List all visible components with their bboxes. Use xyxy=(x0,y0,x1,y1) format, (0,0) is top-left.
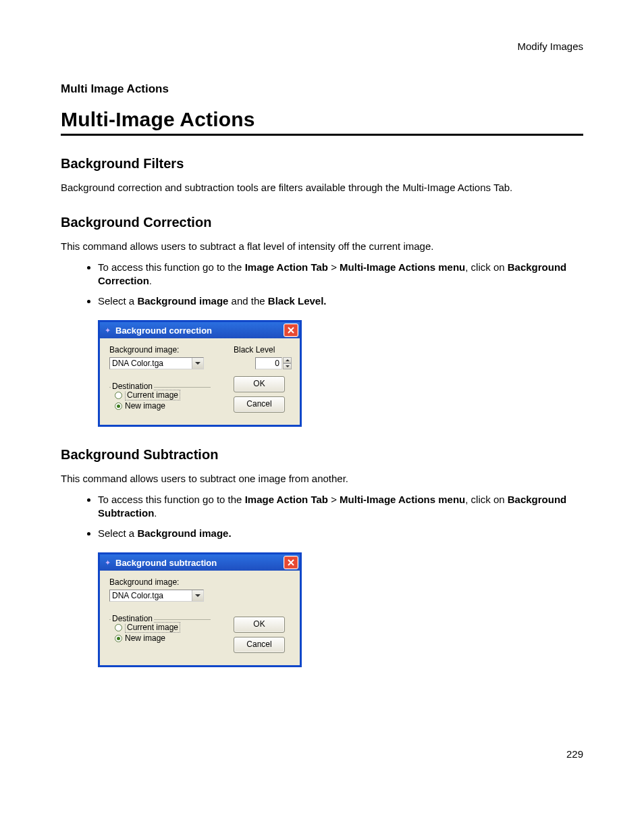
text: To access this function go to the xyxy=(98,261,245,273)
page-title: Multi-Image Actions xyxy=(61,108,583,131)
dialog-background-subtraction: ✦ Background subtraction Background imag… xyxy=(98,552,583,667)
text: . xyxy=(154,507,157,519)
heading-background-subtraction: Background Subtraction xyxy=(61,447,583,463)
close-icon xyxy=(288,559,294,566)
radio-current-image[interactable]: Current image xyxy=(115,390,208,400)
close-button[interactable] xyxy=(284,556,298,569)
spin-down-icon[interactable] xyxy=(283,363,292,369)
paragraph-bg-correction: This command allows users to subtract a … xyxy=(61,240,583,253)
label-black-level: Black Level xyxy=(234,345,292,355)
page-number: 229 xyxy=(61,748,583,760)
cancel-button[interactable]: Cancel xyxy=(234,637,285,653)
list-item: Select a Background image and the Black … xyxy=(98,294,583,308)
dialog-background-correction: ✦ Background correction Background image… xyxy=(98,320,583,427)
text: Select a xyxy=(98,295,137,307)
ok-button[interactable]: OK xyxy=(234,376,285,392)
radio-label: Current image xyxy=(125,390,180,400)
text-bold: Background image. xyxy=(137,527,231,539)
text: > xyxy=(328,261,340,273)
text-bold: Background image xyxy=(137,295,228,307)
heading-background-correction: Background Correction xyxy=(61,215,583,230)
paragraph-bg-filters: Background correction and subtraction to… xyxy=(61,181,583,194)
text: , click on xyxy=(465,261,508,273)
titlebar[interactable]: ✦ Background subtraction xyxy=(100,554,300,571)
list-item: To access this function go to the Image … xyxy=(98,493,583,521)
combo-value: DNA Color.tga xyxy=(112,359,192,368)
text-bold: Image Action Tab xyxy=(245,261,328,273)
groupbox-title: Destination xyxy=(111,614,154,623)
radio-label: New image xyxy=(125,633,165,643)
radio-icon xyxy=(115,635,122,642)
groupbox-destination: Destination Current image New image xyxy=(109,377,211,413)
black-level-value[interactable]: 0 xyxy=(255,357,282,369)
text: To access this function go to the xyxy=(98,494,245,505)
text-bold: Multi-Image Actions menu xyxy=(340,494,465,505)
radio-new-image[interactable]: New image xyxy=(115,401,208,411)
groupbox-title: Destination xyxy=(111,382,154,391)
cancel-button[interactable]: Cancel xyxy=(234,396,285,413)
text-bold: Image Action Tab xyxy=(245,494,328,505)
spin-up-icon[interactable] xyxy=(283,357,292,363)
heading-background-filters: Background Filters xyxy=(61,156,583,172)
text: , click on xyxy=(465,494,508,505)
radio-icon xyxy=(115,402,122,410)
combo-value: DNA Color.tga xyxy=(112,591,192,600)
text: . xyxy=(149,275,152,286)
radio-current-image[interactable]: Current image xyxy=(115,622,208,633)
title-rule xyxy=(61,134,583,136)
dialog-title: Background correction xyxy=(115,325,284,336)
radio-icon xyxy=(115,624,122,631)
ok-button[interactable]: OK xyxy=(234,617,285,633)
black-level-stepper[interactable]: 0 xyxy=(234,357,292,369)
radio-new-image[interactable]: New image xyxy=(115,633,208,643)
titlebar[interactable]: ✦ Background correction xyxy=(100,322,300,338)
radio-label: Current image xyxy=(125,622,180,633)
app-icon: ✦ xyxy=(103,325,112,335)
list-item: Select a Background image. xyxy=(98,527,583,540)
bullet-list-bs: To access this function go to the Image … xyxy=(61,493,583,541)
list-item: To access this function go to the Image … xyxy=(98,261,583,288)
radio-icon xyxy=(115,392,122,399)
paragraph-bg-subtraction: This command allows users to subtract on… xyxy=(61,472,583,486)
app-icon: ✦ xyxy=(103,558,112,567)
bullet-list-bc: To access this function go to the Image … xyxy=(61,261,583,309)
groupbox-destination: Destination Current image New image xyxy=(109,610,211,646)
text-bold: Multi-Image Actions menu xyxy=(340,261,465,273)
label-background-image: Background image: xyxy=(109,345,234,355)
combo-background-image[interactable]: DNA Color.tga xyxy=(109,357,204,369)
dialog-title: Background subtraction xyxy=(115,558,284,568)
header-right: Modify Images xyxy=(61,41,583,52)
section-label: Multi Image Actions xyxy=(61,82,583,96)
close-icon xyxy=(288,327,294,334)
chevron-down-icon[interactable] xyxy=(192,358,203,369)
text: and the xyxy=(228,295,267,307)
combo-background-image[interactable]: DNA Color.tga xyxy=(109,590,204,602)
text: > xyxy=(328,494,340,505)
text: Select a xyxy=(98,527,137,539)
label-background-image: Background image: xyxy=(109,577,234,587)
close-button[interactable] xyxy=(284,323,298,337)
chevron-down-icon[interactable] xyxy=(192,590,203,601)
radio-label: New image xyxy=(125,401,165,411)
text-bold: Black Level. xyxy=(268,295,327,307)
